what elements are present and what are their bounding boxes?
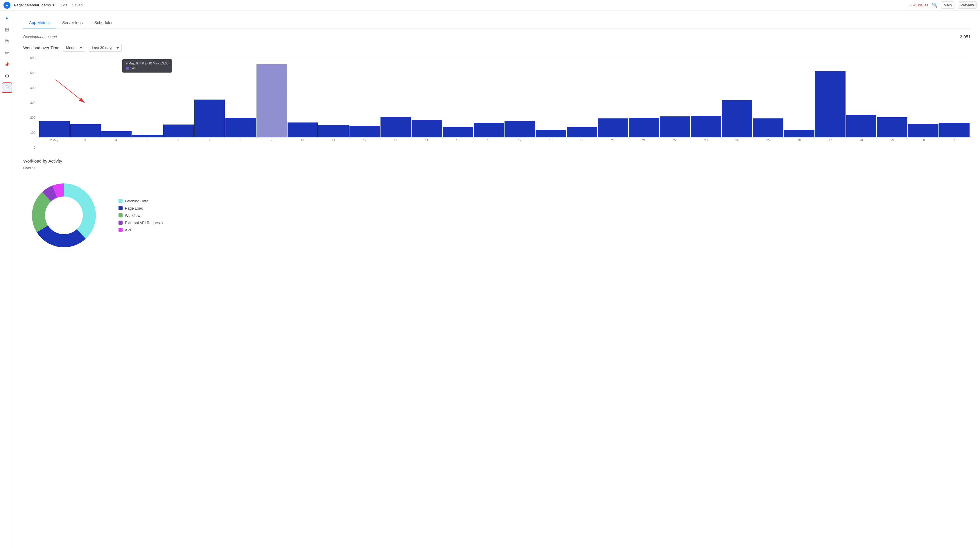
legend-label: External API Requests [125, 221, 163, 225]
chart-bar[interactable] [691, 116, 721, 137]
chart-bar[interactable] [660, 116, 690, 137]
preview-button[interactable]: Preview [958, 2, 977, 9]
chart-bar[interactable] [629, 118, 659, 137]
main-content: App Metrics Server logs Scheduler Develo… [14, 10, 980, 548]
sidebar-item-grid[interactable]: ⊞ [2, 24, 12, 35]
y-axis-label: 0 [34, 146, 35, 149]
chart-bar[interactable] [70, 124, 101, 137]
x-axis-label: 27 [815, 139, 845, 142]
legend-color-box [119, 228, 123, 232]
x-axis: 2 May34567891011121314151617181920212223… [38, 138, 971, 142]
tabs-container: App Metrics Server logs Scheduler [23, 17, 971, 29]
workload-by-activity-subtitle: Overall [23, 166, 971, 170]
chart-bar[interactable] [194, 100, 225, 137]
x-axis-label: 12 [349, 139, 380, 142]
y-axis-label: 600 [30, 56, 35, 60]
x-axis-label: 17 [504, 139, 535, 142]
top-bar-actions: Edit Saved [61, 3, 83, 7]
edit-button[interactable]: Edit [61, 3, 67, 7]
donut-chart [23, 175, 105, 256]
x-axis-label: 29 [877, 139, 907, 142]
y-axis: 0100200300400500600 [23, 56, 38, 149]
workload-title: Workload over Time [23, 46, 59, 50]
x-axis-label: 22 [660, 139, 690, 142]
sidebar-item-home[interactable]: ● [2, 13, 12, 23]
chart-bar[interactable] [443, 127, 473, 137]
chart-bar[interactable] [877, 117, 907, 137]
warning-icon: ⚠ [909, 3, 912, 7]
donut-svg [23, 175, 105, 256]
sidebar-item-document[interactable]: 📄 [2, 83, 12, 93]
chart-bar[interactable] [163, 124, 194, 137]
legend-color-box [119, 199, 123, 203]
chart-bar[interactable] [846, 115, 877, 137]
dev-usage-value: 2,051 [960, 34, 971, 39]
tab-app-metrics[interactable]: App Metrics [23, 17, 56, 29]
x-axis-label: 23 [691, 139, 721, 142]
chart-bar[interactable] [256, 64, 287, 137]
legend-label: Workflow [125, 213, 140, 218]
chart-bar[interactable] [536, 130, 566, 137]
legend-color-box [119, 221, 123, 225]
chart-bar[interactable] [908, 124, 939, 138]
app-logo: ● [3, 2, 10, 9]
x-axis-label: 7 [194, 139, 224, 142]
search-icon[interactable]: 🔍 [932, 2, 938, 8]
chart-bar[interactable] [784, 130, 815, 137]
x-axis-label: 10 [287, 139, 318, 142]
chart-bar[interactable] [504, 121, 535, 137]
time-range-select[interactable]: Last 30 days Last 7 days Last 90 days [89, 44, 122, 52]
x-axis-label: 4 [101, 139, 132, 142]
legend-label: Page Load [125, 206, 143, 210]
chart-bar[interactable] [288, 122, 318, 137]
chart-bar[interactable] [349, 125, 380, 137]
legend-color-box [119, 206, 123, 210]
legend-item: Fetching Data [119, 199, 163, 203]
donut-legend: Fetching DataPage LoadWorkflowExternal A… [119, 199, 163, 232]
x-axis-label: 2 May [39, 139, 69, 142]
x-axis-label: 25 [753, 139, 783, 142]
x-axis-label: 15 [442, 139, 473, 142]
chart-bar[interactable] [132, 135, 163, 137]
sidebar: ● ⊞ ⧉ ✏ 📌 ⚙ 📄 [0, 10, 14, 548]
chart-bar[interactable] [318, 125, 349, 137]
chart-bar[interactable] [567, 127, 597, 137]
tab-server-logs[interactable]: Server logs [56, 17, 89, 29]
page-name: Page: calendar_demo ▼ [14, 3, 55, 7]
sidebar-item-layers[interactable]: ⧉ [2, 36, 12, 46]
sidebar-item-pin[interactable]: 📌 [2, 59, 12, 70]
x-axis-label: 26 [784, 139, 815, 142]
chart-bar[interactable] [722, 100, 752, 137]
chart-bar[interactable] [225, 118, 256, 137]
chart-bar[interactable] [412, 120, 442, 137]
x-axis-label: 30 [908, 139, 939, 142]
x-axis-label: 31 [939, 139, 970, 142]
saved-status: Saved [72, 3, 83, 7]
sidebar-item-settings[interactable]: ⚙ [2, 71, 12, 81]
legend-item: External API Requests [119, 221, 163, 225]
chart-bar[interactable] [815, 71, 846, 137]
tab-scheduler[interactable]: Scheduler [89, 17, 119, 29]
x-axis-label: 14 [411, 139, 442, 142]
chart-bar[interactable] [939, 123, 970, 137]
chart-bar[interactable] [39, 121, 70, 137]
x-axis-label: 11 [318, 139, 349, 142]
top-bar-right: ⚠ 45 issues 🔍 Main Preview [909, 2, 977, 9]
chart-bar[interactable] [753, 118, 783, 137]
time-unit-select[interactable]: Month Week Day [63, 44, 85, 52]
chart-bar[interactable] [598, 118, 628, 137]
chart-container: 0100200300400500600 9 May, 03:00 to 10 M… [23, 56, 971, 149]
workload-by-activity-section: Workload by Activity Overall [23, 159, 971, 256]
sidebar-item-pencil[interactable]: ✏ [2, 48, 12, 58]
x-axis-label: 21 [628, 139, 659, 142]
legend-item: Page Load [119, 206, 163, 210]
branch-button[interactable]: Main [941, 2, 955, 9]
x-axis-label: 28 [846, 139, 876, 142]
dev-usage-label: Development usage [23, 35, 57, 39]
chart-bar[interactable] [474, 123, 504, 137]
dev-usage-row: Development usage 2,051 [23, 34, 971, 39]
chart-bar[interactable] [380, 117, 411, 137]
issues-badge[interactable]: ⚠ 45 issues [909, 3, 928, 7]
donut-section: Fetching DataPage LoadWorkflowExternal A… [23, 175, 971, 256]
chart-bar[interactable] [101, 131, 132, 137]
